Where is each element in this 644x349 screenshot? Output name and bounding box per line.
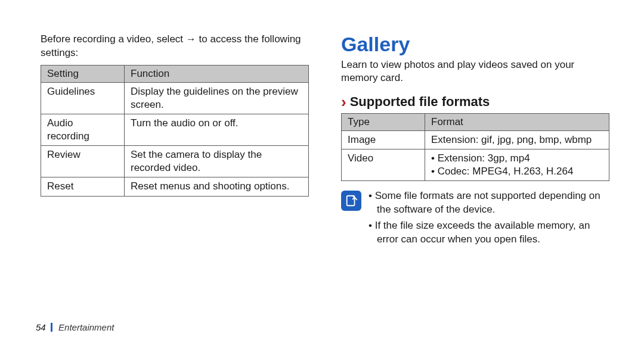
page: Before recording a video, select → to ac… — [0, 0, 644, 349]
table-row: Audio recording Turn the audio on or off… — [41, 114, 309, 146]
page-number: 54 — [36, 322, 46, 332]
settings-th-setting: Setting — [41, 65, 125, 82]
table-row: Reset Reset menus and shooting options. — [41, 177, 309, 196]
footer-section: Entertainment — [58, 322, 114, 332]
left-lead-text: Before recording a video, select → to ac… — [41, 33, 309, 60]
video-format-list: Extension: 3gp, mp4 Codec: MPEG4, H.263,… — [431, 152, 603, 178]
page-footer: 54 Entertainment — [36, 322, 114, 332]
list-item: Extension: 3gp, mp4 — [431, 152, 603, 165]
list-item: If the file size exceeds the available m… — [369, 219, 609, 247]
table-row: Review Set the camera to display the rec… — [41, 146, 309, 177]
table-row: Image Extension: gif, jpg, png, bmp, wbm… — [342, 131, 609, 149]
chevron-right-icon: › — [341, 94, 346, 110]
table-header-row: Type Format — [342, 114, 609, 131]
section-heading: Supported file formats — [350, 94, 490, 110]
list-item: Codec: MPEG4, H.263, H.264 — [431, 165, 603, 178]
table-header-row: Setting Function — [41, 65, 309, 82]
gallery-subtitle: Learn to view photos and play videos sav… — [341, 58, 609, 85]
svg-rect-0 — [347, 196, 355, 206]
note-block: Some file formats are not supported depe… — [341, 189, 609, 249]
table-row: Video Extension: 3gp, mp4 Codec: MPEG4, … — [342, 149, 609, 181]
section-heading-wrap: › Supported file formats — [341, 94, 609, 110]
footer-divider-icon — [51, 323, 52, 332]
list-item: Some file formats are not supported depe… — [369, 189, 609, 217]
settings-th-function: Function — [125, 65, 309, 82]
gallery-heading: Gallery — [341, 33, 609, 56]
formats-th-format: Format — [425, 114, 609, 131]
note-list: Some file formats are not supported depe… — [369, 189, 609, 249]
settings-table: Setting Function Guidelines Display the … — [41, 65, 309, 197]
left-column: Before recording a video, select → to ac… — [41, 33, 309, 249]
formats-th-type: Type — [342, 114, 425, 131]
note-icon — [341, 191, 361, 211]
right-column: Gallery Learn to view photos and play vi… — [341, 33, 609, 249]
formats-table: Type Format Image Extension: gif, jpg, p… — [341, 113, 609, 181]
table-row: Guidelines Display the guidelines on the… — [41, 82, 309, 114]
